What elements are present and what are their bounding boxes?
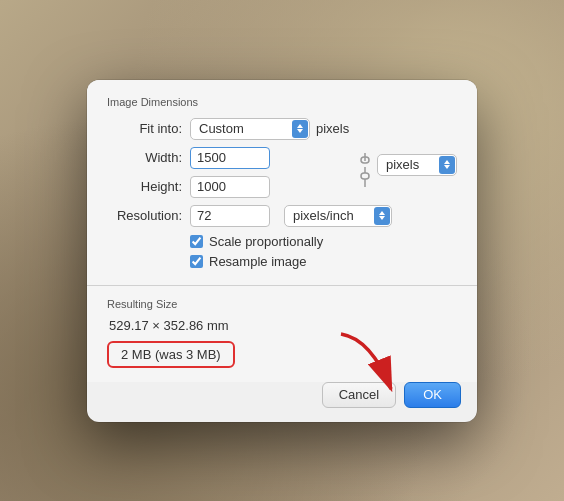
result-file-size: 2 MB (was 3 MB) [107, 341, 235, 368]
ppi-unit-wrapper: pixels/inch pixels/cm [284, 205, 392, 227]
height-input[interactable] [190, 176, 270, 198]
ppi-select[interactable]: pixels/inch pixels/cm [284, 205, 392, 227]
resample-image-row: Resample image [107, 254, 457, 269]
pixels-unit-wrapper: pixels percent cm mm inches [377, 154, 457, 176]
resample-image-label: Resample image [209, 254, 307, 269]
cancel-button[interactable]: Cancel [322, 382, 396, 408]
ok-button[interactable]: OK [404, 382, 461, 408]
width-row: Width: [107, 147, 353, 169]
resolution-label: Resolution: [107, 208, 182, 223]
resulting-size-title: Resulting Size [107, 298, 457, 310]
fit-into-row: Fit into: Custom Original Size Screen Si… [107, 118, 457, 140]
resolution-row: Resolution: pixels/inch pixels/cm [107, 205, 457, 227]
resample-image-checkbox[interactable] [190, 255, 203, 268]
height-label: Height: [107, 179, 182, 194]
height-row: Height: [107, 176, 353, 198]
chain-and-unit: pixels percent cm mm inches [357, 149, 457, 191]
fit-into-select-wrapper: Custom Original Size Screen Size A4 [190, 118, 310, 140]
chain-link-icon [357, 149, 373, 191]
scale-proportionally-checkbox[interactable] [190, 235, 203, 248]
width-input[interactable] [190, 147, 270, 169]
button-row: Cancel OK [87, 382, 477, 422]
dimension-rows: Width: Height: [107, 147, 457, 205]
image-dimensions-title: Image Dimensions [107, 96, 457, 108]
ppi-select-wrapper: pixels/inch pixels/cm [284, 205, 392, 227]
pixels-unit-select[interactable]: pixels percent cm mm inches [377, 154, 457, 176]
svg-rect-1 [361, 173, 369, 179]
resolution-input[interactable] [190, 205, 270, 227]
fit-into-label: Fit into: [107, 121, 182, 136]
result-dimensions: 529.17 × 352.86 mm [107, 318, 457, 333]
width-height-inputs: Width: Height: [107, 147, 353, 205]
pixels-fit-label: pixels [316, 121, 349, 136]
scale-proportionally-row: Scale proportionally [107, 234, 457, 249]
scale-proportionally-label: Scale proportionally [209, 234, 323, 249]
image-dimensions-section: Image Dimensions Fit into: Custom Origin… [87, 80, 477, 285]
image-dimensions-dialog: Image Dimensions Fit into: Custom Origin… [87, 80, 477, 422]
width-label: Width: [107, 150, 182, 165]
resulting-size-section: Resulting Size 529.17 × 352.86 mm 2 MB (… [87, 286, 477, 382]
fit-into-select[interactable]: Custom Original Size Screen Size A4 [190, 118, 310, 140]
